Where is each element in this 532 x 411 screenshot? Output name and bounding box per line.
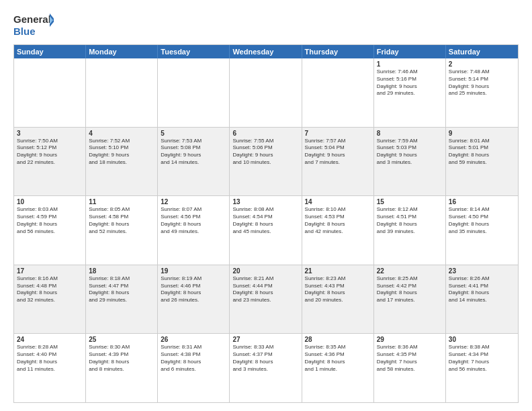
empty-cell-0-3 xyxy=(230,58,302,127)
day-number: 25 xyxy=(89,336,154,343)
day-info: Sunrise: 7:52 AM Sunset: 5:10 PM Dayligh… xyxy=(89,138,154,167)
day-number: 18 xyxy=(89,267,154,275)
day-number: 7 xyxy=(305,130,371,137)
day-number: 29 xyxy=(377,336,443,343)
day-info: Sunrise: 8:26 AM Sunset: 4:41 PM Dayligh… xyxy=(449,275,515,304)
day-number: 21 xyxy=(305,267,371,275)
day-number: 8 xyxy=(377,130,443,137)
day-cell-24: 24Sunrise: 8:28 AM Sunset: 4:40 PM Dayli… xyxy=(14,334,86,402)
day-info: Sunrise: 8:33 AM Sunset: 4:37 PM Dayligh… xyxy=(232,344,298,373)
day-number: 10 xyxy=(17,198,83,205)
day-number: 5 xyxy=(161,130,226,137)
header-day-monday: Monday xyxy=(86,45,158,58)
header-day-saturday: Saturday xyxy=(446,45,518,58)
header-day-friday: Friday xyxy=(374,45,446,58)
day-number: 11 xyxy=(89,198,154,205)
day-cell-12: 12Sunrise: 8:07 AM Sunset: 4:56 PM Dayli… xyxy=(158,196,230,265)
day-info: Sunrise: 8:10 AM Sunset: 4:53 PM Dayligh… xyxy=(305,206,371,235)
day-info: Sunrise: 8:14 AM Sunset: 4:50 PM Dayligh… xyxy=(449,206,515,235)
day-info: Sunrise: 8:18 AM Sunset: 4:47 PM Dayligh… xyxy=(89,275,154,304)
day-number: 16 xyxy=(449,198,515,205)
day-cell-3: 3Sunrise: 7:50 AM Sunset: 5:12 PM Daylig… xyxy=(14,128,86,196)
day-number: 2 xyxy=(449,60,515,68)
day-cell-18: 18Sunrise: 8:18 AM Sunset: 4:47 PM Dayli… xyxy=(86,265,158,334)
day-cell-8: 8Sunrise: 7:59 AM Sunset: 5:03 PM Daylig… xyxy=(374,128,446,196)
empty-cell-0-0 xyxy=(14,58,86,127)
day-cell-22: 22Sunrise: 8:25 AM Sunset: 4:42 PM Dayli… xyxy=(374,265,446,334)
day-info: Sunrise: 8:16 AM Sunset: 4:48 PM Dayligh… xyxy=(17,275,83,304)
day-number: 19 xyxy=(161,267,226,275)
calendar-row-0: 1Sunrise: 7:46 AM Sunset: 5:16 PM Daylig… xyxy=(14,58,518,128)
calendar-row-1: 3Sunrise: 7:50 AM Sunset: 5:12 PM Daylig… xyxy=(14,128,518,197)
day-number: 20 xyxy=(232,267,298,275)
calendar: SundayMondayTuesdayWednesdayThursdayFrid… xyxy=(13,44,519,403)
day-info: Sunrise: 8:28 AM Sunset: 4:40 PM Dayligh… xyxy=(17,344,83,373)
day-cell-5: 5Sunrise: 7:53 AM Sunset: 5:08 PM Daylig… xyxy=(158,128,230,196)
day-cell-9: 9Sunrise: 8:01 AM Sunset: 5:01 PM Daylig… xyxy=(446,128,518,196)
day-cell-28: 28Sunrise: 8:35 AM Sunset: 4:36 PM Dayli… xyxy=(302,334,374,402)
day-cell-6: 6Sunrise: 7:55 AM Sunset: 5:06 PM Daylig… xyxy=(230,128,302,196)
day-cell-2: 2Sunrise: 7:48 AM Sunset: 5:14 PM Daylig… xyxy=(446,58,518,127)
logo: General Blue xyxy=(13,11,54,39)
day-info: Sunrise: 8:21 AM Sunset: 4:44 PM Dayligh… xyxy=(232,275,298,304)
day-cell-26: 26Sunrise: 8:31 AM Sunset: 4:38 PM Dayli… xyxy=(158,334,230,402)
day-number: 6 xyxy=(232,130,298,137)
header-day-wednesday: Wednesday xyxy=(230,45,302,58)
day-number: 15 xyxy=(377,198,443,205)
day-cell-29: 29Sunrise: 8:36 AM Sunset: 4:35 PM Dayli… xyxy=(374,334,446,402)
svg-text:General: General xyxy=(13,13,51,25)
calendar-row-4: 24Sunrise: 8:28 AM Sunset: 4:40 PM Dayli… xyxy=(14,334,518,402)
day-cell-23: 23Sunrise: 8:26 AM Sunset: 4:41 PM Dayli… xyxy=(446,265,518,334)
day-number: 23 xyxy=(449,267,515,275)
day-cell-15: 15Sunrise: 8:12 AM Sunset: 4:51 PM Dayli… xyxy=(374,196,446,265)
day-info: Sunrise: 8:07 AM Sunset: 4:56 PM Dayligh… xyxy=(161,206,226,235)
day-info: Sunrise: 8:03 AM Sunset: 4:59 PM Dayligh… xyxy=(17,206,83,235)
day-cell-27: 27Sunrise: 8:33 AM Sunset: 4:37 PM Dayli… xyxy=(230,334,302,402)
day-info: Sunrise: 7:57 AM Sunset: 5:04 PM Dayligh… xyxy=(305,138,371,167)
day-cell-1: 1Sunrise: 7:46 AM Sunset: 5:16 PM Daylig… xyxy=(374,58,446,127)
day-cell-21: 21Sunrise: 8:23 AM Sunset: 4:43 PM Dayli… xyxy=(302,265,374,334)
day-info: Sunrise: 8:25 AM Sunset: 4:42 PM Dayligh… xyxy=(377,275,443,304)
day-number: 24 xyxy=(17,336,83,343)
calendar-body: 1Sunrise: 7:46 AM Sunset: 5:16 PM Daylig… xyxy=(14,58,518,402)
logo-icon: General Blue xyxy=(13,11,54,39)
day-info: Sunrise: 8:01 AM Sunset: 5:01 PM Dayligh… xyxy=(449,138,515,167)
day-number: 27 xyxy=(232,336,298,343)
day-cell-11: 11Sunrise: 8:05 AM Sunset: 4:58 PM Dayli… xyxy=(86,196,158,265)
day-info: Sunrise: 7:59 AM Sunset: 5:03 PM Dayligh… xyxy=(377,138,443,167)
page: General Blue SundayMondayTuesdayWednesda… xyxy=(0,0,532,411)
day-info: Sunrise: 8:30 AM Sunset: 4:39 PM Dayligh… xyxy=(89,344,154,373)
day-cell-20: 20Sunrise: 8:21 AM Sunset: 4:44 PM Dayli… xyxy=(230,265,302,334)
day-cell-30: 30Sunrise: 8:38 AM Sunset: 4:34 PM Dayli… xyxy=(446,334,518,402)
day-info: Sunrise: 7:53 AM Sunset: 5:08 PM Dayligh… xyxy=(161,138,226,167)
day-cell-14: 14Sunrise: 8:10 AM Sunset: 4:53 PM Dayli… xyxy=(302,196,374,265)
day-number: 26 xyxy=(161,336,226,343)
day-info: Sunrise: 8:12 AM Sunset: 4:51 PM Dayligh… xyxy=(377,206,443,235)
calendar-row-3: 17Sunrise: 8:16 AM Sunset: 4:48 PM Dayli… xyxy=(14,265,518,334)
calendar-header: SundayMondayTuesdayWednesdayThursdayFrid… xyxy=(14,45,518,58)
empty-cell-0-2 xyxy=(158,58,230,127)
day-number: 28 xyxy=(305,336,371,343)
day-info: Sunrise: 8:36 AM Sunset: 4:35 PM Dayligh… xyxy=(377,344,443,373)
day-info: Sunrise: 7:48 AM Sunset: 5:14 PM Dayligh… xyxy=(449,68,515,97)
day-info: Sunrise: 8:35 AM Sunset: 4:36 PM Dayligh… xyxy=(305,344,371,373)
header: General Blue xyxy=(13,11,519,39)
day-info: Sunrise: 8:08 AM Sunset: 4:54 PM Dayligh… xyxy=(232,206,298,235)
day-info: Sunrise: 8:23 AM Sunset: 4:43 PM Dayligh… xyxy=(305,275,371,304)
day-cell-7: 7Sunrise: 7:57 AM Sunset: 5:04 PM Daylig… xyxy=(302,128,374,196)
svg-text:Blue: Blue xyxy=(13,26,36,37)
empty-cell-0-1 xyxy=(86,58,158,127)
day-cell-19: 19Sunrise: 8:19 AM Sunset: 4:46 PM Dayli… xyxy=(158,265,230,334)
day-number: 13 xyxy=(232,198,298,205)
day-number: 3 xyxy=(17,130,83,137)
day-cell-17: 17Sunrise: 8:16 AM Sunset: 4:48 PM Dayli… xyxy=(14,265,86,334)
header-day-tuesday: Tuesday xyxy=(158,45,230,58)
day-info: Sunrise: 8:31 AM Sunset: 4:38 PM Dayligh… xyxy=(161,344,226,373)
day-number: 30 xyxy=(449,336,515,343)
day-info: Sunrise: 8:19 AM Sunset: 4:46 PM Dayligh… xyxy=(161,275,226,304)
day-info: Sunrise: 8:38 AM Sunset: 4:34 PM Dayligh… xyxy=(449,344,515,373)
day-info: Sunrise: 7:50 AM Sunset: 5:12 PM Dayligh… xyxy=(17,138,83,167)
day-number: 14 xyxy=(305,198,371,205)
day-info: Sunrise: 8:05 AM Sunset: 4:58 PM Dayligh… xyxy=(89,206,154,235)
day-cell-13: 13Sunrise: 8:08 AM Sunset: 4:54 PM Dayli… xyxy=(230,196,302,265)
